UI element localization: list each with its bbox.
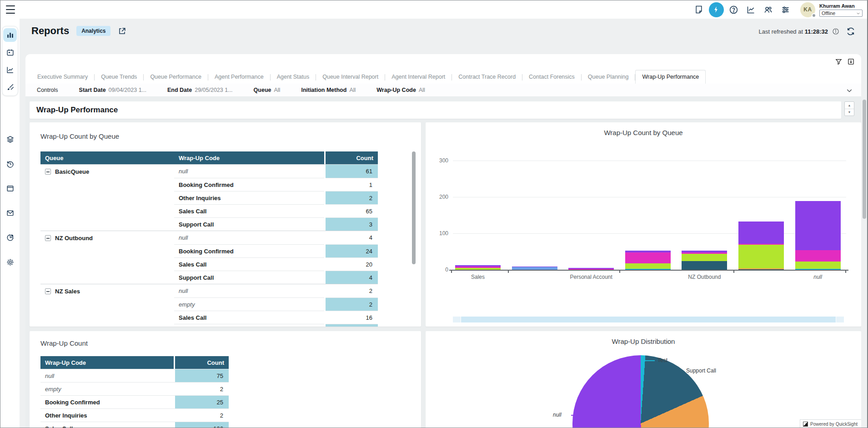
column-header-count[interactable]: Count — [326, 151, 378, 164]
sidebar-item-workspace[interactable] — [3, 181, 17, 195]
dashboard-title-card: Wrap-Up Performance — [30, 101, 841, 119]
bar-segment-null[interactable] — [738, 222, 784, 244]
sidebar-item-mail[interactable] — [3, 206, 17, 220]
export-icon[interactable] — [847, 58, 855, 65]
bar-segment-sales-call[interactable] — [738, 245, 784, 268]
sidebar-item-design[interactable] — [3, 80, 17, 94]
filter-initiation-method[interactable]: Initiation MethodAll — [301, 87, 356, 93]
feedback-note-icon[interactable] — [690, 0, 707, 19]
wrapup-code-cell: null — [174, 165, 324, 178]
controls-collapse-chevron-icon[interactable] — [846, 87, 853, 94]
window-vertical-scrollbar[interactable] — [863, 55, 866, 426]
bar-segment-empty[interactable] — [625, 269, 671, 270]
count-cell: 2 — [175, 408, 229, 422]
filter-wrap-up-code[interactable]: Wrap-Up CodeAll — [376, 87, 425, 93]
tab-queue-performance[interactable]: Queue Performance — [144, 70, 208, 84]
scroll-down-button[interactable]: ▼ — [845, 109, 854, 116]
status-value: Offline — [822, 10, 835, 16]
bar-segment-empty[interactable] — [795, 269, 841, 270]
bar-segment-booking-confirmed[interactable] — [682, 261, 727, 270]
settings-sliders-icon[interactable] — [777, 0, 794, 19]
bar-segment-test[interactable] — [512, 267, 557, 270]
sidebar-item-history[interactable] — [3, 157, 17, 171]
column-header-wrapup-code[interactable]: Wrap-Up Code — [174, 151, 324, 164]
report-tabs: Executive SummaryQueue TrendsQueue Perfo… — [31, 71, 843, 84]
filter-queue[interactable]: QueueAll — [254, 87, 281, 93]
tab-queue-interval-report[interactable]: Queue Interval Report — [316, 70, 385, 84]
wrapup-code-cell: null — [40, 369, 174, 382]
bar-segment-null[interactable] — [795, 201, 841, 250]
tab-wrap-up-performance[interactable]: Wrap-Up Performance — [635, 70, 706, 84]
line-chart-icon — [6, 65, 15, 74]
bar-chart-horizontal-scrollbar[interactable] — [453, 317, 844, 322]
hamburger-menu-icon[interactable] — [6, 5, 15, 14]
collapse-group-button[interactable] — [45, 288, 51, 294]
filter-end-date[interactable]: End Date29/05/2023 1... — [167, 87, 233, 93]
quick-actions-lightning-icon[interactable] — [707, 0, 725, 19]
wrapup-code-cell: Sales Call — [174, 204, 324, 217]
bar-segment-booking-confirmed[interactable] — [738, 269, 784, 270]
tab-contact-forensics[interactable]: Contact Forensics — [522, 70, 581, 84]
bar-segment-sales-call[interactable] — [795, 262, 841, 269]
count-table-row: Booking Confirmed25 — [40, 395, 229, 408]
avatar[interactable]: KA — [800, 2, 815, 17]
sidebar-item-settings[interactable] — [3, 255, 17, 269]
queue-table-scrollbar[interactable] — [412, 151, 416, 264]
scroll-up-button[interactable]: ▲ — [845, 102, 854, 109]
bar-segment-support-call[interactable] — [625, 252, 671, 263]
tab-queue-planning[interactable]: Queue Planning — [582, 70, 635, 84]
bar-segment-sales-call[interactable] — [682, 254, 727, 261]
bar-segment-support-call[interactable] — [568, 269, 614, 270]
sidebar-item-schedule[interactable] — [3, 45, 17, 59]
stacked-bar-4[interactable] — [625, 251, 671, 270]
x-axis-label-nz-outbound: NZ Outbound — [668, 274, 741, 280]
stacked-bar-1[interactable] — [455, 265, 501, 270]
refresh-icon[interactable] — [846, 27, 855, 36]
pie-chart-icon — [6, 233, 15, 242]
browser-window-icon — [6, 184, 15, 193]
tab-contract-trace-record[interactable]: Contract Trace Record — [452, 70, 522, 84]
sidebar-item-layers[interactable] — [3, 132, 17, 146]
bar-segment-support-call[interactable] — [795, 250, 841, 262]
contacts-icon[interactable] — [759, 0, 777, 19]
window-scrollbar-thumb[interactable] — [863, 100, 866, 219]
sidebar-item-reports[interactable] — [3, 28, 17, 42]
stacked-bar-3[interactable] — [568, 268, 614, 270]
tab-queue-trends[interactable]: Queue Trends — [95, 70, 143, 84]
tab-agent-performance[interactable]: Agent Performance — [208, 70, 270, 84]
brush-edit-icon — [6, 83, 15, 91]
filter-icon[interactable] — [835, 58, 843, 65]
gridline-200 — [453, 197, 846, 197]
queue-group-basicqueue: BasicQueuenull61Booking Confirmed1Other … — [40, 164, 378, 231]
x-axis-label-null: null — [782, 274, 854, 280]
column-header-queue[interactable]: Queue — [40, 151, 174, 164]
wrapup-code-cell: Support Call — [174, 217, 324, 231]
tab-agent-interval-report[interactable]: Agent Interval Report — [385, 70, 452, 84]
pie-chart[interactable] — [572, 355, 709, 428]
queue-table-header: QueueWrap-Up CodeCount — [40, 151, 378, 164]
bar-segment-sales-call[interactable] — [455, 268, 501, 270]
tab-executive-summary[interactable]: Executive Summary — [31, 70, 94, 84]
bar-segment-sales-call[interactable] — [625, 263, 671, 269]
info-icon[interactable] — [832, 28, 839, 35]
collapse-group-button[interactable] — [45, 169, 51, 175]
open-external-icon[interactable] — [118, 27, 126, 35]
sidebar-item-insights[interactable] — [3, 231, 17, 244]
sidebar-item-trends[interactable] — [3, 63, 17, 76]
filter-value: All — [349, 87, 356, 93]
wrapup-code-cell: empty — [40, 382, 174, 395]
tab-agent-status[interactable]: Agent Status — [271, 70, 316, 84]
metrics-chart-icon[interactable] — [742, 0, 759, 19]
stacked-bar-5[interactable] — [682, 251, 727, 270]
filter-start-date[interactable]: Start Date09/04/2023 1... — [79, 87, 146, 93]
queue-cell: BasicQueue — [40, 165, 174, 231]
help-icon[interactable] — [725, 0, 742, 19]
column-header-wrapup-code[interactable]: Wrap-Up Code — [40, 356, 174, 369]
collapse-group-button[interactable] — [45, 235, 51, 241]
status-select[interactable]: Offline — [819, 10, 863, 17]
stacked-bar-7[interactable] — [795, 201, 841, 270]
column-header-count[interactable]: Count — [175, 356, 229, 369]
stacked-bar-6[interactable] — [738, 222, 784, 270]
y-tick-label-300: 300 — [430, 157, 448, 164]
stacked-bar-2[interactable] — [512, 267, 557, 270]
